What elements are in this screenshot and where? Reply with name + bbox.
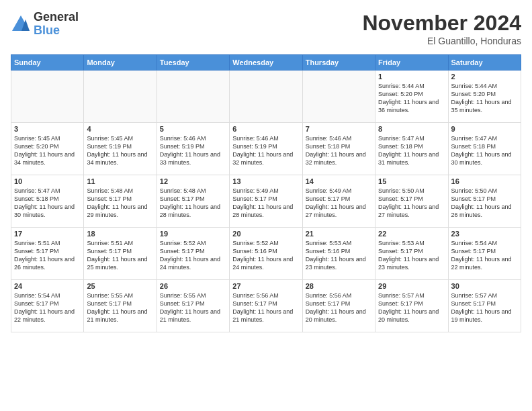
calendar-cell: 23Sunrise: 5:54 AM Sunset: 5:17 PM Dayli… bbox=[448, 228, 521, 280]
weekday-header: Friday bbox=[375, 55, 448, 71]
weekday-header: Wednesday bbox=[230, 55, 302, 71]
day-number: 7 bbox=[306, 125, 372, 133]
day-number: 1 bbox=[378, 73, 445, 81]
calendar-cell: 19Sunrise: 5:52 AM Sunset: 5:17 PM Dayli… bbox=[157, 228, 229, 280]
weekday-header: Sunday bbox=[11, 55, 84, 71]
day-number: 25 bbox=[87, 282, 153, 290]
day-number: 21 bbox=[306, 230, 372, 238]
day-info: Sunrise: 5:50 AM Sunset: 5:17 PM Dayligh… bbox=[378, 187, 445, 220]
day-number: 8 bbox=[378, 125, 445, 133]
calendar-cell: 14Sunrise: 5:49 AM Sunset: 5:17 PM Dayli… bbox=[302, 175, 375, 228]
day-number: 22 bbox=[378, 230, 445, 238]
calendar-cell: 21Sunrise: 5:53 AM Sunset: 5:16 PM Dayli… bbox=[302, 228, 375, 280]
day-number: 2 bbox=[451, 73, 518, 81]
day-info: Sunrise: 5:44 AM Sunset: 5:20 PM Dayligh… bbox=[451, 82, 518, 115]
logo-blue: Blue bbox=[34, 24, 79, 38]
day-info: Sunrise: 5:51 AM Sunset: 5:17 PM Dayligh… bbox=[14, 239, 81, 272]
calendar: SundayMondayTuesdayWednesdayThursdayFrid… bbox=[11, 54, 521, 332]
day-info: Sunrise: 5:57 AM Sunset: 5:17 PM Dayligh… bbox=[378, 291, 445, 324]
calendar-cell: 26Sunrise: 5:55 AM Sunset: 5:17 PM Dayli… bbox=[157, 280, 229, 332]
day-number: 18 bbox=[87, 230, 153, 238]
day-number: 13 bbox=[232, 177, 299, 185]
calendar-week-row: 10Sunrise: 5:47 AM Sunset: 5:18 PM Dayli… bbox=[11, 175, 521, 228]
calendar-cell: 29Sunrise: 5:57 AM Sunset: 5:17 PM Dayli… bbox=[375, 280, 448, 332]
calendar-cell bbox=[302, 71, 375, 123]
day-number: 19 bbox=[160, 230, 226, 238]
calendar-cell: 22Sunrise: 5:53 AM Sunset: 5:17 PM Dayli… bbox=[375, 228, 448, 280]
day-info: Sunrise: 5:45 AM Sunset: 5:20 PM Dayligh… bbox=[14, 134, 81, 167]
day-info: Sunrise: 5:46 AM Sunset: 5:18 PM Dayligh… bbox=[306, 134, 372, 167]
day-info: Sunrise: 5:54 AM Sunset: 5:17 PM Dayligh… bbox=[451, 239, 518, 272]
day-info: Sunrise: 5:47 AM Sunset: 5:18 PM Dayligh… bbox=[378, 134, 445, 167]
day-info: Sunrise: 5:56 AM Sunset: 5:17 PM Dayligh… bbox=[232, 291, 299, 324]
day-info: Sunrise: 5:46 AM Sunset: 5:19 PM Dayligh… bbox=[160, 134, 226, 167]
day-number: 11 bbox=[87, 177, 153, 185]
day-number: 29 bbox=[378, 282, 445, 290]
calendar-cell: 28Sunrise: 5:56 AM Sunset: 5:17 PM Dayli… bbox=[302, 280, 375, 332]
day-number: 17 bbox=[14, 230, 81, 238]
day-info: Sunrise: 5:44 AM Sunset: 5:20 PM Dayligh… bbox=[378, 82, 445, 115]
calendar-cell: 13Sunrise: 5:49 AM Sunset: 5:17 PM Dayli… bbox=[230, 175, 302, 228]
calendar-week-row: 17Sunrise: 5:51 AM Sunset: 5:17 PM Dayli… bbox=[11, 228, 521, 280]
calendar-cell bbox=[84, 71, 157, 123]
calendar-cell: 18Sunrise: 5:51 AM Sunset: 5:17 PM Dayli… bbox=[84, 228, 157, 280]
day-info: Sunrise: 5:52 AM Sunset: 5:16 PM Dayligh… bbox=[232, 239, 299, 272]
day-info: Sunrise: 5:56 AM Sunset: 5:17 PM Dayligh… bbox=[306, 291, 372, 324]
month-title: November 2024 bbox=[362, 11, 521, 36]
day-number: 3 bbox=[14, 125, 81, 133]
day-number: 23 bbox=[451, 230, 518, 238]
calendar-cell: 10Sunrise: 5:47 AM Sunset: 5:18 PM Dayli… bbox=[11, 175, 84, 228]
calendar-cell: 25Sunrise: 5:55 AM Sunset: 5:17 PM Dayli… bbox=[84, 280, 157, 332]
logo-general: General bbox=[34, 11, 79, 24]
calendar-cell: 30Sunrise: 5:57 AM Sunset: 5:17 PM Dayli… bbox=[448, 280, 521, 332]
day-number: 26 bbox=[160, 282, 226, 290]
page-header: General Blue November 2024 El Guantillo,… bbox=[11, 11, 521, 46]
logo-text: General Blue bbox=[34, 11, 79, 38]
day-number: 24 bbox=[14, 282, 81, 290]
day-info: Sunrise: 5:47 AM Sunset: 5:18 PM Dayligh… bbox=[14, 187, 81, 220]
day-info: Sunrise: 5:49 AM Sunset: 5:17 PM Dayligh… bbox=[232, 187, 299, 220]
day-number: 15 bbox=[378, 177, 445, 185]
calendar-cell: 7Sunrise: 5:46 AM Sunset: 5:18 PM Daylig… bbox=[302, 123, 375, 175]
day-info: Sunrise: 5:48 AM Sunset: 5:17 PM Dayligh… bbox=[160, 187, 226, 220]
day-info: Sunrise: 5:46 AM Sunset: 5:19 PM Dayligh… bbox=[232, 134, 299, 167]
day-info: Sunrise: 5:52 AM Sunset: 5:17 PM Dayligh… bbox=[160, 239, 226, 272]
calendar-week-row: 3Sunrise: 5:45 AM Sunset: 5:20 PM Daylig… bbox=[11, 123, 521, 175]
calendar-cell bbox=[230, 71, 302, 123]
calendar-cell: 9Sunrise: 5:47 AM Sunset: 5:18 PM Daylig… bbox=[448, 123, 521, 175]
weekday-header-row: SundayMondayTuesdayWednesdayThursdayFrid… bbox=[11, 55, 521, 71]
day-number: 30 bbox=[451, 282, 518, 290]
day-info: Sunrise: 5:55 AM Sunset: 5:17 PM Dayligh… bbox=[160, 291, 226, 324]
calendar-cell: 1Sunrise: 5:44 AM Sunset: 5:20 PM Daylig… bbox=[375, 71, 448, 123]
weekday-header: Tuesday bbox=[157, 55, 229, 71]
calendar-cell bbox=[157, 71, 229, 123]
title-area: November 2024 El Guantillo, Honduras bbox=[362, 11, 521, 46]
weekday-header: Saturday bbox=[448, 55, 521, 71]
day-info: Sunrise: 5:47 AM Sunset: 5:18 PM Dayligh… bbox=[451, 134, 518, 167]
weekday-header: Monday bbox=[84, 55, 157, 71]
weekday-header: Thursday bbox=[302, 55, 375, 71]
location: El Guantillo, Honduras bbox=[362, 36, 521, 46]
calendar-cell: 4Sunrise: 5:45 AM Sunset: 5:19 PM Daylig… bbox=[84, 123, 157, 175]
day-number: 9 bbox=[451, 125, 518, 133]
calendar-week-row: 1Sunrise: 5:44 AM Sunset: 5:20 PM Daylig… bbox=[11, 71, 521, 123]
day-info: Sunrise: 5:49 AM Sunset: 5:17 PM Dayligh… bbox=[306, 187, 372, 220]
day-number: 28 bbox=[306, 282, 372, 290]
calendar-cell: 16Sunrise: 5:50 AM Sunset: 5:17 PM Dayli… bbox=[448, 175, 521, 228]
calendar-cell: 5Sunrise: 5:46 AM Sunset: 5:19 PM Daylig… bbox=[157, 123, 229, 175]
day-info: Sunrise: 5:53 AM Sunset: 5:17 PM Dayligh… bbox=[378, 239, 445, 272]
calendar-cell: 3Sunrise: 5:45 AM Sunset: 5:20 PM Daylig… bbox=[11, 123, 84, 175]
logo-icon bbox=[11, 14, 31, 34]
day-number: 20 bbox=[232, 230, 299, 238]
day-number: 16 bbox=[451, 177, 518, 185]
day-info: Sunrise: 5:55 AM Sunset: 5:17 PM Dayligh… bbox=[87, 291, 153, 324]
calendar-cell: 8Sunrise: 5:47 AM Sunset: 5:18 PM Daylig… bbox=[375, 123, 448, 175]
calendar-cell: 11Sunrise: 5:48 AM Sunset: 5:17 PM Dayli… bbox=[84, 175, 157, 228]
day-info: Sunrise: 5:45 AM Sunset: 5:19 PM Dayligh… bbox=[87, 134, 153, 167]
calendar-cell: 6Sunrise: 5:46 AM Sunset: 5:19 PM Daylig… bbox=[230, 123, 302, 175]
day-info: Sunrise: 5:50 AM Sunset: 5:17 PM Dayligh… bbox=[451, 187, 518, 220]
day-info: Sunrise: 5:57 AM Sunset: 5:17 PM Dayligh… bbox=[451, 291, 518, 324]
day-number: 12 bbox=[160, 177, 226, 185]
calendar-cell: 24Sunrise: 5:54 AM Sunset: 5:17 PM Dayli… bbox=[11, 280, 84, 332]
day-info: Sunrise: 5:54 AM Sunset: 5:17 PM Dayligh… bbox=[14, 291, 81, 324]
